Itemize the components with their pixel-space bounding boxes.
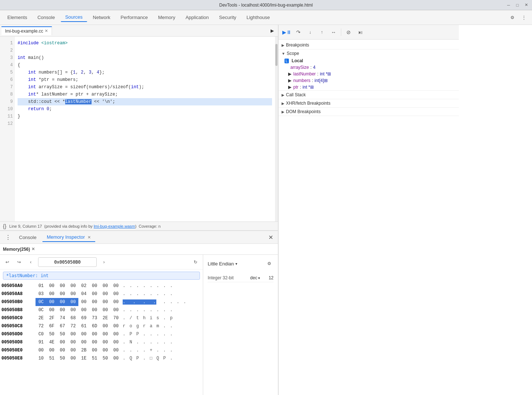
hex-byte-cell[interactable]: 00 (78, 298, 89, 306)
hex-byte-cell[interactable]: 00 (46, 290, 57, 298)
hex-byte-cell[interactable]: 00 (68, 338, 78, 346)
hex-byte-cell[interactable]: 6F (46, 322, 57, 330)
file-tab-close-btn[interactable]: ✕ (45, 29, 48, 33)
xhr-header[interactable]: ▶ XHR/fetch Breakpoints (279, 99, 459, 107)
step-out-btn[interactable]: ↑ (317, 27, 327, 37)
hex-byte-cell[interactable]: 68 (68, 314, 78, 322)
hex-address-input[interactable] (38, 257, 97, 267)
refresh-btn[interactable]: ↻ (191, 258, 200, 267)
dom-header[interactable]: ▶ DOM Breakpoints (279, 108, 459, 116)
hex-byte-cell[interactable]: 50 (57, 354, 68, 362)
hex-byte-cell[interactable]: 00 (57, 282, 68, 290)
hex-byte-cell[interactable]: 72 (36, 322, 46, 330)
bottom-panel-menu-icon[interactable]: ⋮ (3, 232, 13, 242)
file-play-btn[interactable]: ▶ (268, 26, 276, 35)
hex-byte-cell[interactable]: 00 (100, 322, 111, 330)
hex-byte-cell[interactable]: 00 (111, 338, 121, 346)
scope-local-header[interactable]: L Local (279, 57, 459, 64)
hex-byte-cell[interactable]: 00 (100, 290, 111, 298)
hex-byte-cell[interactable]: 00 (78, 330, 89, 338)
hex-byte-cell[interactable]: 00 (89, 282, 100, 290)
tab-security[interactable]: Security (215, 13, 241, 22)
tab-memory-inspector[interactable]: Memory Inspector ✕ (42, 233, 96, 242)
hex-byte-cell[interactable]: 00 (57, 306, 68, 314)
hex-byte-cell[interactable]: 00 (111, 298, 121, 306)
hex-byte-cell[interactable]: 00 (89, 338, 100, 346)
scope-header[interactable]: ▼ Scope (279, 49, 459, 57)
hex-byte-cell[interactable]: 00 (100, 338, 111, 346)
hex-byte-cell[interactable]: 00 (57, 346, 68, 354)
hex-byte-cell[interactable]: 6D (89, 322, 100, 330)
scope-item-lastnumber[interactable]: ▶ lastNumber : int *⊞ (279, 71, 459, 77)
hex-byte-cell[interactable]: 00 (100, 306, 111, 314)
inspector-settings-icon[interactable]: ⚙ (265, 259, 274, 268)
hex-byte-cell[interactable]: 2F (46, 314, 57, 322)
hex-table-container[interactable]: 005050A00100000002000000. . . . . . . .0… (0, 282, 203, 395)
hex-byte-cell[interactable]: 2E (100, 314, 111, 322)
hex-byte-cell[interactable]: 73 (89, 314, 100, 322)
step-over-btn[interactable]: ↷ (293, 27, 304, 37)
step-into-btn[interactable]: ↓ (305, 27, 315, 37)
hex-byte-cell[interactable]: 00 (111, 330, 121, 338)
hex-byte-cell[interactable]: 00 (100, 298, 111, 306)
hex-byte-cell[interactable]: 1E (78, 354, 89, 362)
close-bottom-panel-btn[interactable]: ✕ (266, 233, 275, 242)
tab-application[interactable]: Application (181, 13, 213, 22)
tab-elements[interactable]: Elements (3, 13, 31, 22)
nav-next-btn[interactable]: › (100, 258, 108, 267)
hex-byte-cell[interactable]: 01 (36, 282, 46, 290)
call-stack-header[interactable]: ▶ Call Stack (279, 91, 459, 99)
minimize-btn[interactable]: ─ (506, 2, 511, 8)
hex-byte-cell[interactable]: 72 (68, 322, 78, 330)
tab-network[interactable]: Network (89, 13, 115, 22)
hex-byte-cell[interactable]: 00 (111, 306, 121, 314)
hex-byte-cell[interactable]: 61 (78, 322, 89, 330)
hex-byte-cell[interactable]: 00 (78, 306, 89, 314)
hex-byte-cell[interactable]: 00 (89, 290, 100, 298)
hex-byte-cell[interactable]: 04 (78, 290, 89, 298)
hex-byte-cell[interactable]: 00 (89, 346, 100, 354)
hex-byte-cell[interactable]: 10 (36, 354, 46, 362)
hex-byte-cell[interactable]: 00 (111, 290, 121, 298)
hex-byte-cell[interactable]: 0C (36, 306, 46, 314)
endian-select[interactable]: Little Endian ▾ (208, 261, 237, 267)
hex-byte-cell[interactable]: 50 (46, 330, 57, 338)
tab-sources[interactable]: Sources (61, 13, 87, 22)
hex-byte-cell[interactable]: 00 (68, 354, 78, 362)
hex-byte-cell[interactable]: 00 (111, 346, 121, 354)
hex-byte-cell[interactable]: 91 (36, 338, 46, 346)
file-tab-main[interactable]: lmi-bug-example.cc ✕ (1, 26, 52, 35)
hex-byte-cell[interactable]: 51 (89, 354, 100, 362)
hex-byte-cell[interactable]: 74 (57, 314, 68, 322)
breakpoints-header[interactable]: ▶ Breakpoints (279, 41, 459, 49)
hex-byte-cell[interactable]: 00 (57, 338, 68, 346)
restore-btn[interactable]: □ (514, 2, 520, 8)
hex-byte-cell[interactable]: 70 (111, 314, 121, 322)
hex-byte-cell[interactable]: 00 (46, 346, 57, 354)
tab-memory[interactable]: Memory (154, 13, 180, 22)
resume-btn[interactable]: ▶⏸ (282, 27, 292, 37)
memory-buffer-tab[interactable]: Memory(256) ✕ (3, 247, 35, 252)
hex-byte-cell[interactable]: 03 (36, 290, 46, 298)
tab-lighthouse[interactable]: Lighthouse (242, 13, 274, 22)
expand-lastnumber-icon[interactable]: ▶ (287, 72, 292, 76)
hex-byte-cell[interactable]: 00 (57, 290, 68, 298)
hex-byte-cell[interactable]: 2E (36, 314, 46, 322)
editor-scrollbar[interactable] (275, 37, 278, 221)
hex-byte-cell[interactable]: 00 (46, 306, 57, 314)
hex-byte-cell[interactable]: 00 (111, 282, 121, 290)
nav-prev-btn[interactable]: ‹ (26, 258, 35, 267)
tab-console[interactable]: Console (33, 13, 59, 22)
tab-performance[interactable]: Performance (116, 13, 152, 22)
hex-byte-cell[interactable]: 00 (89, 306, 100, 314)
value-format-select[interactable]: dec ▾ (250, 275, 260, 280)
expand-ptr-icon[interactable]: ▶ (287, 85, 292, 89)
step-btn[interactable]: ↔ (328, 27, 339, 37)
hex-byte-cell[interactable]: 00 (57, 298, 68, 306)
memory-inspector-tab-close[interactable]: ✕ (88, 235, 91, 239)
memory-buffer-close-btn[interactable]: ✕ (31, 247, 35, 251)
scope-item-numbers[interactable]: ▶ numbers : int[4]⊞ (279, 77, 459, 84)
expand-numbers-icon[interactable]: ▶ (287, 78, 292, 83)
pause-on-exception-btn[interactable]: ⏯ (355, 27, 365, 37)
hex-byte-cell[interactable]: 00 (68, 346, 78, 354)
